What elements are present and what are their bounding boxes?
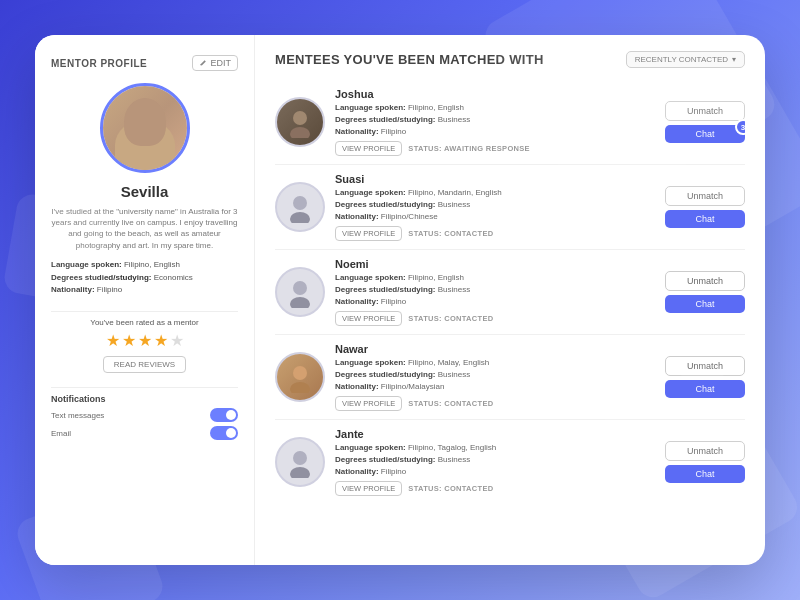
mentee-row: Noemi Language spoken: Filipino, English… — [275, 250, 745, 335]
star-3: ★ — [138, 331, 152, 350]
joshua-chat-button[interactable]: Chat 3 — [665, 125, 745, 143]
right-panel: MENTEES YOU'VE BEEN MATCHED WITH RECENTL… — [255, 35, 765, 565]
suasi-status-badge: STATUS: CONTACTED — [408, 229, 493, 238]
divider-1 — [51, 311, 238, 312]
nawar-avatar — [275, 352, 325, 402]
svg-point-2 — [293, 196, 307, 210]
suasi-degrees: Degrees studied/studying: Business — [335, 199, 655, 211]
rating-label: You've been rated as a mentor — [90, 318, 198, 327]
person-icon — [284, 446, 316, 478]
lang-label: Language spoken: — [51, 260, 122, 269]
email-row: Email — [51, 426, 238, 440]
star-2: ★ — [122, 331, 136, 350]
suasi-unmatch-button[interactable]: Unmatch — [665, 186, 745, 206]
joshua-degrees: Degrees studied/studying: Business — [335, 114, 655, 126]
noemi-status-row: VIEW PROFILE STATUS: CONTACTED — [335, 311, 655, 326]
nawar-nationality: Nationality: Filipino/Malaysian — [335, 381, 655, 393]
mentee-row: Suasi Language spoken: Filipino, Mandari… — [275, 165, 745, 250]
mentee-row: Nawar Language spoken: Filipino, Malay, … — [275, 335, 745, 420]
person-icon — [284, 106, 316, 138]
noemi-actions: Unmatch Chat — [665, 271, 745, 313]
joshua-nationality: Nationality: Filipino — [335, 126, 655, 138]
left-panel: MENTOR PROFILE EDIT Sevilla I've studied… — [35, 35, 255, 565]
jante-unmatch-button[interactable]: Unmatch — [665, 441, 745, 461]
noemi-lang: Language spoken: Filipino, English — [335, 272, 655, 284]
svg-point-9 — [290, 467, 310, 478]
mentor-bio: I've studied at the "university name" in… — [51, 206, 238, 251]
svg-point-0 — [293, 111, 307, 125]
nawar-name: Nawar — [335, 343, 655, 355]
mentor-name: Sevilla — [121, 183, 169, 200]
suasi-avatar — [275, 182, 325, 232]
text-messages-label: Text messages — [51, 411, 104, 420]
joshua-actions: Unmatch Chat 3 — [665, 101, 745, 143]
joshua-unmatch-button[interactable]: Unmatch — [665, 101, 745, 121]
mentee-row: Joshua Language spoken: Filipino, Englis… — [275, 80, 745, 165]
jante-nationality: Nationality: Filipino — [335, 466, 655, 478]
read-reviews-button[interactable]: READ REVIEWS — [103, 356, 186, 373]
nawar-actions: Unmatch Chat — [665, 356, 745, 398]
person-icon — [284, 191, 316, 223]
suasi-actions: Unmatch Chat — [665, 186, 745, 228]
jante-actions: Unmatch Chat — [665, 441, 745, 483]
email-label: Email — [51, 429, 71, 438]
jante-status-badge: STATUS: CONTACTED — [408, 484, 493, 493]
joshua-view-profile-button[interactable]: VIEW PROFILE — [335, 141, 402, 156]
nawar-status-badge: STATUS: CONTACTED — [408, 399, 493, 408]
svg-point-6 — [293, 366, 307, 380]
suasi-nationality: Nationality: Filipino/Chinese — [335, 211, 655, 223]
suasi-status-row: VIEW PROFILE STATUS: CONTACTED — [335, 226, 655, 241]
edit-icon — [199, 59, 207, 67]
svg-point-1 — [290, 127, 310, 138]
suasi-view-profile-button[interactable]: VIEW PROFILE — [335, 226, 402, 241]
nawar-degrees: Degrees studied/studying: Business — [335, 369, 655, 381]
noemi-degrees: Degrees studied/studying: Business — [335, 284, 655, 296]
notifications-section: Notifications Text messages Email — [51, 394, 238, 444]
joshua-status-badge: STATUS: AWAITING RESPONSE — [408, 144, 530, 153]
jante-degrees: Degrees studied/studying: Business — [335, 454, 655, 466]
star-4: ★ — [154, 331, 168, 350]
jante-avatar — [275, 437, 325, 487]
suasi-chat-button[interactable]: Chat — [665, 210, 745, 228]
noemi-unmatch-button[interactable]: Unmatch — [665, 271, 745, 291]
person-icon — [284, 276, 316, 308]
svg-point-3 — [290, 212, 310, 223]
text-messages-toggle[interactable] — [210, 408, 238, 422]
noemi-status-badge: STATUS: CONTACTED — [408, 314, 493, 323]
jante-chat-button[interactable]: Chat — [665, 465, 745, 483]
jante-info: Jante Language spoken: Filipino, Tagalog… — [335, 428, 655, 496]
stars: ★ ★ ★ ★ ★ — [106, 331, 184, 350]
nawar-view-profile-button[interactable]: VIEW PROFILE — [335, 396, 402, 411]
suasi-name: Suasi — [335, 173, 655, 185]
svg-point-8 — [293, 451, 307, 465]
mentor-details: Language spoken: Filipino, English Degre… — [51, 259, 238, 297]
jante-view-profile-button[interactable]: VIEW PROFILE — [335, 481, 402, 496]
nawar-unmatch-button[interactable]: Unmatch — [665, 356, 745, 376]
joshua-name: Joshua — [335, 88, 655, 100]
joshua-lang: Language spoken: Filipino, English — [335, 102, 655, 114]
notifications-title: Notifications — [51, 394, 238, 404]
degrees-value: Economics — [154, 273, 193, 282]
joshua-chat-badge: 3 — [735, 119, 745, 135]
mentor-profile-title: MENTOR PROFILE — [51, 58, 147, 69]
noemi-name: Noemi — [335, 258, 655, 270]
joshua-avatar — [275, 97, 325, 147]
svg-point-7 — [290, 382, 310, 393]
email-toggle[interactable] — [210, 426, 238, 440]
recently-contacted-button[interactable]: RECENTLY CONTACTED ▾ — [626, 51, 745, 68]
svg-point-4 — [293, 281, 307, 295]
jante-name: Jante — [335, 428, 655, 440]
edit-button[interactable]: EDIT — [192, 55, 238, 71]
noemi-avatar — [275, 267, 325, 317]
noemi-view-profile-button[interactable]: VIEW PROFILE — [335, 311, 402, 326]
noemi-chat-button[interactable]: Chat — [665, 295, 745, 313]
joshua-info: Joshua Language spoken: Filipino, Englis… — [335, 88, 655, 156]
nationality-value: Filipino — [97, 285, 122, 294]
mentor-avatar — [100, 83, 190, 173]
nawar-chat-button[interactable]: Chat — [665, 380, 745, 398]
suasi-info: Suasi Language spoken: Filipino, Mandari… — [335, 173, 655, 241]
jante-status-row: VIEW PROFILE STATUS: CONTACTED — [335, 481, 655, 496]
noemi-nationality: Nationality: Filipino — [335, 296, 655, 308]
lang-value: Filipino, English — [124, 260, 180, 269]
person-icon — [284, 361, 316, 393]
